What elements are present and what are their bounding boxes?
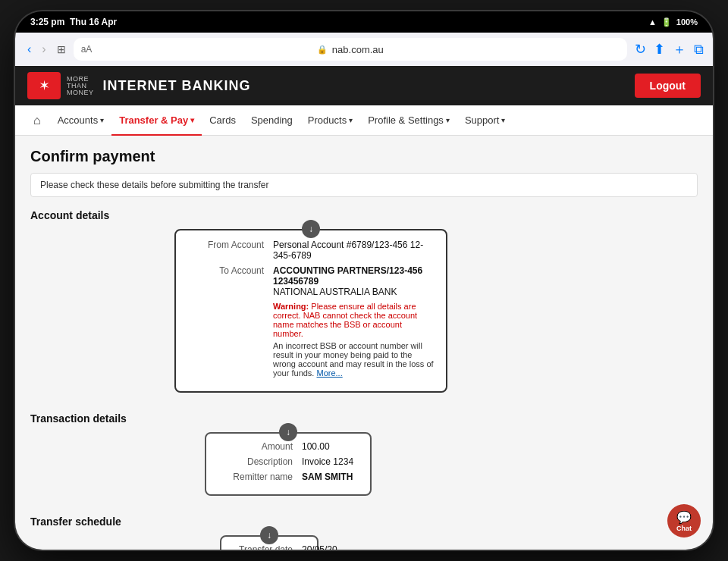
- to-account-row: To Account ACCOUNTING PARTNERS/123-456 1…: [188, 265, 434, 378]
- amount-row: Amount 100.00: [217, 441, 359, 452]
- support-chevron: ▾: [501, 116, 505, 124]
- transfer-schedule-section: Transfer schedule ↓ Transfer date 20/05/…: [30, 516, 698, 550]
- nab-header: ✶ more than money INTERNET BANKING Logou…: [15, 66, 713, 105]
- logout-button[interactable]: Logout: [635, 74, 701, 98]
- content-area: Confirm payment Please check these detai…: [15, 136, 713, 550]
- amount-label: Amount: [217, 441, 293, 452]
- warning-text: Warning: Please ensure all details are c…: [273, 302, 434, 338]
- transaction-details-title: Transaction details: [30, 412, 698, 425]
- refresh-icon[interactable]: ↻: [635, 41, 646, 58]
- chat-icon: 💬: [676, 510, 692, 525]
- transfer-schedule-content: ↓ Transfer date 20/05/20: [30, 535, 698, 550]
- status-right: ▲ 🔋 100%: [648, 17, 698, 27]
- transaction-dropdown-btn[interactable]: ↓: [279, 423, 297, 441]
- products-chevron: ▾: [349, 116, 353, 124]
- nav-products[interactable]: Products ▾: [300, 105, 360, 136]
- description-value: Invoice 1234: [302, 456, 353, 467]
- transaction-details-card: ↓ Amount 100.00 Description Invoice 1234…: [205, 432, 372, 496]
- browser-bar: ‹ › ⊞ aA 🔒 nab.com.au ↻ ⬆ ＋ ⧉: [15, 33, 713, 66]
- from-account-row: From Account Personal Account #6789/123-…: [188, 240, 434, 261]
- account-more-link[interactable]: More...: [316, 368, 342, 378]
- browser-actions[interactable]: ↻ ⬆ ＋ ⧉: [635, 40, 704, 58]
- from-account-value: Personal Account #6789/123-456 12-345-67…: [273, 240, 434, 261]
- account-details-card: ↓ From Account Personal Account #6789/12…: [174, 229, 447, 393]
- schedule-dropdown-btn[interactable]: ↓: [260, 526, 278, 544]
- back-button[interactable]: ‹: [24, 41, 34, 58]
- nab-title: INTERNET BANKING: [103, 78, 251, 94]
- nav-accounts[interactable]: Accounts ▾: [50, 105, 111, 136]
- from-account-label: From Account: [188, 240, 264, 261]
- transaction-details-content: ↓ Amount 100.00 Description Invoice 1234…: [30, 432, 698, 508]
- page-title: Confirm payment: [30, 148, 698, 165]
- accounts-chevron: ▾: [100, 116, 104, 124]
- transfer-date-value: 20/05/20: [302, 544, 337, 550]
- remitter-row: Remitter name SAM SMITH: [217, 472, 359, 482]
- remitter-label: Remitter name: [217, 472, 293, 482]
- nav-spending[interactable]: Spending: [243, 105, 300, 136]
- share-icon[interactable]: ⬆: [654, 41, 665, 58]
- description-row: Description Invoice 1234: [217, 456, 359, 467]
- nav-profile-settings[interactable]: Profile & Settings ▾: [360, 105, 457, 136]
- remitter-value: SAM SMITH: [302, 472, 353, 482]
- profile-chevron: ▾: [446, 116, 450, 124]
- account-details-title: Account details: [30, 209, 698, 221]
- amount-value: 100.00: [302, 441, 330, 452]
- nav-support[interactable]: Support ▾: [457, 105, 513, 136]
- to-account-label: To Account: [188, 265, 264, 378]
- account-dropdown-btn[interactable]: ↓: [302, 220, 320, 238]
- status-bar: 3:25 pm Thu 16 Apr ▲ 🔋 100%: [15, 11, 713, 33]
- warning-note: An incorrect BSB or account number will …: [273, 341, 434, 378]
- font-size-control[interactable]: aA: [81, 44, 93, 55]
- lock-icon: 🔒: [317, 45, 328, 55]
- tabs-icon[interactable]: ⧉: [694, 42, 704, 58]
- device-frame: 3:25 pm Thu 16 Apr ▲ 🔋 100% ‹ › ⊞ aA 🔒 n…: [15, 11, 713, 550]
- info-banner: Please check these details before submit…: [30, 173, 698, 197]
- battery-icon: 🔋: [661, 17, 672, 27]
- transfer-date-label: Transfer date: [232, 544, 293, 550]
- status-time: 3:25 pm Thu 16 Apr: [30, 17, 117, 27]
- nab-logo: ✶ more than money INTERNET BANKING: [27, 72, 251, 99]
- url-text: nab.com.au: [332, 44, 384, 55]
- account-details-content: ↓ From Account Personal Account #6789/12…: [30, 229, 698, 405]
- transfer-chevron: ▾: [190, 116, 194, 124]
- transfer-date-row: Transfer date 20/05/20: [232, 544, 306, 550]
- url-bar[interactable]: aA 🔒 nab.com.au: [74, 38, 627, 61]
- browser-nav[interactable]: ‹ ›: [24, 41, 49, 58]
- reader-icon[interactable]: ⊞: [57, 43, 66, 55]
- nav-bar: ⌂ Accounts ▾ Transfer & Pay ▾ Cards Spen…: [15, 105, 713, 136]
- transaction-details-section: Transaction details ↓ Amount 100.00 Desc…: [30, 412, 698, 508]
- forward-button[interactable]: ›: [39, 41, 49, 58]
- new-tab-icon[interactable]: ＋: [673, 40, 686, 58]
- to-account-value: ACCOUNTING PARTNERS/123-456 123456789 NA…: [273, 265, 434, 378]
- chat-button[interactable]: 💬 Chat: [667, 504, 701, 537]
- nab-star: ✶: [39, 77, 50, 94]
- nab-more-text: more than money: [67, 76, 94, 96]
- nab-logo-icon: ✶: [27, 72, 61, 99]
- nav-home-button[interactable]: ⌂: [24, 108, 50, 133]
- transfer-schedule-card: ↓ Transfer date 20/05/20: [220, 535, 318, 550]
- transfer-schedule-title: Transfer schedule: [30, 516, 698, 528]
- wifi-icon: ▲: [648, 17, 657, 27]
- chat-label: Chat: [676, 525, 692, 532]
- description-label: Description: [217, 456, 293, 467]
- nav-transfer-pay[interactable]: Transfer & Pay ▾: [111, 105, 202, 136]
- account-details-section: Account details ↓ From Account Personal …: [30, 209, 698, 405]
- nav-cards[interactable]: Cards: [202, 105, 243, 136]
